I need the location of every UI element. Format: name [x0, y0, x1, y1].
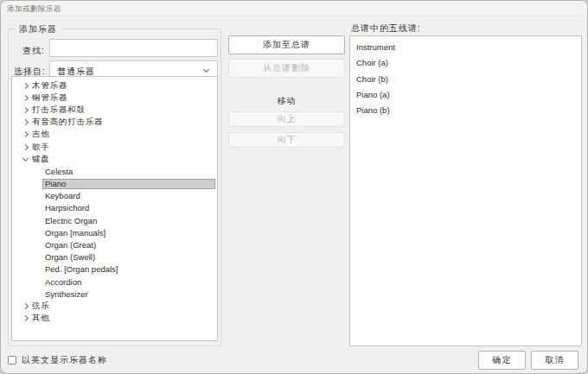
tree-item-label: 打击乐器和鼓: [32, 105, 86, 116]
stave-list-item[interactable]: Choir (b): [356, 72, 581, 87]
move-down-button[interactable]: 向下: [228, 132, 345, 148]
tree-item[interactable]: 歌手: [12, 141, 217, 153]
tree-item-label: Organ (Great): [45, 240, 96, 250]
tree-item[interactable]: 弦乐: [12, 300, 217, 312]
tree-item-label: Organ (Swell): [45, 252, 95, 262]
tree-item-label: 其他: [32, 313, 50, 324]
english-names-checkbox-row[interactable]: 以英文显示乐器名称: [8, 354, 107, 366]
tree-item[interactable]: 铜管乐器: [12, 92, 217, 104]
tree-item-label: Accordion: [45, 277, 81, 287]
add-to-score-button[interactable]: 添加至总谱: [228, 35, 345, 54]
tree-item-label: 键盘: [32, 154, 50, 165]
tree-item-label: Keyboard: [45, 191, 80, 200]
tree-item[interactable]: Electric Organ: [12, 214, 217, 226]
tree-item[interactable]: Organ (Great): [12, 238, 217, 250]
tree-item-label: Harpsichord: [45, 203, 89, 212]
tree-item[interactable]: Piano: [42, 179, 215, 189]
search-input[interactable]: [49, 39, 218, 57]
search-label: 查找:: [22, 45, 45, 57]
tree-expander-icon[interactable]: [22, 82, 32, 90]
tree-item-label: Celesta: [45, 167, 73, 176]
tree-item[interactable]: Celesta: [12, 165, 217, 177]
tree-item[interactable]: Organ [manuals]: [12, 226, 217, 238]
tree-expander-icon[interactable]: [22, 314, 32, 322]
ok-button[interactable]: 确定: [478, 351, 526, 370]
tree-expander-icon[interactable]: [22, 130, 32, 138]
tree-item[interactable]: 木管乐器: [12, 79, 217, 92]
chevron-down-icon: [203, 67, 209, 73]
tree-expander-icon[interactable]: [22, 94, 32, 102]
tree-item-label: Piano: [45, 179, 66, 188]
tree-item-label: 歌手: [32, 142, 50, 153]
cancel-button[interactable]: 取消: [531, 351, 578, 370]
tree-item-label: 吉他: [32, 129, 50, 140]
tree-expander-icon[interactable]: [22, 302, 32, 310]
tree-expander-icon[interactable]: [22, 106, 32, 114]
tree-item-label: Ped. [Organ pedals]: [45, 264, 118, 274]
stave-list-item[interactable]: Instrument: [356, 40, 581, 55]
tree-item[interactable]: Synthesizer: [12, 288, 217, 300]
tree-item-label: 木管乐器: [32, 80, 67, 92]
tree-item-label: 有音高的打击乐器: [32, 117, 103, 128]
tree-item[interactable]: Organ (Swell): [12, 251, 217, 263]
add-instruments-group: 添加乐器 查找: 选择自: 普通乐器 木管乐器 铜管乐器: [8, 29, 221, 346]
stave-list-item[interactable]: Choir (a): [356, 55, 581, 71]
tree-expander-icon[interactable]: [22, 155, 32, 163]
tree-item-label: Electric Organ: [45, 216, 97, 225]
tree-item-label: Synthesizer: [45, 289, 88, 299]
title-bar[interactable]: 添加或删除乐器: [1, 1, 587, 16]
checkbox-label: 以英文显示乐器名称: [22, 354, 107, 366]
stave-list-item[interactable]: Piano (b): [356, 103, 581, 118]
instrument-tree[interactable]: 木管乐器 铜管乐器 打击乐器和鼓 有音高的打击乐器: [11, 76, 218, 341]
tree-item-label: 弦乐: [32, 301, 50, 312]
tree-item[interactable]: 有音高的打击乐器: [12, 117, 217, 129]
tree-item-label: Organ [manuals]: [45, 228, 105, 238]
stave-list-item[interactable]: Piano (a): [356, 87, 581, 103]
tree-item[interactable]: 打击乐器和鼓: [12, 104, 217, 116]
tree-item[interactable]: Keyboard: [12, 190, 217, 202]
tree-item[interactable]: 吉他: [12, 129, 217, 141]
remove-from-score-button[interactable]: 从总谱删除: [228, 59, 345, 78]
tree-item-label: 铜管乐器: [32, 92, 67, 104]
add-remove-instruments-dialog: 添加或删除乐器 添加乐器 查找: 选择自: 普通乐器 木管乐器 铜管乐器: [0, 0, 588, 374]
move-up-button[interactable]: 向上: [228, 111, 345, 127]
tree-expander-icon[interactable]: [22, 143, 32, 151]
staves-list[interactable]: Instrument Choir (a) Choir (b) Piano (a)…: [349, 35, 582, 346]
move-section-label: 移动: [228, 95, 345, 107]
tree-item[interactable]: Harpsichord: [12, 202, 217, 214]
window-title: 添加或删除乐器: [7, 4, 61, 15]
tree-item[interactable]: 其他: [12, 313, 217, 325]
checkbox-unchecked-icon[interactable]: [8, 356, 16, 364]
resize-grip-icon[interactable]: [583, 369, 585, 371]
tree-expander-icon[interactable]: [22, 118, 32, 126]
staves-in-score-label: 总谱中的五线谱:: [351, 22, 421, 35]
group-label: 添加乐器: [16, 23, 61, 35]
tree-item[interactable]: 键盘: [12, 153, 217, 165]
tree-item[interactable]: Ped. [Organ pedals]: [12, 263, 217, 276]
tree-item[interactable]: Accordion: [12, 276, 217, 288]
